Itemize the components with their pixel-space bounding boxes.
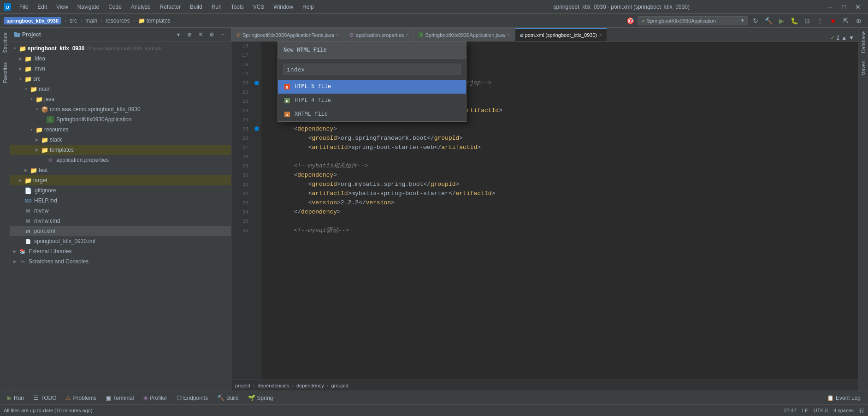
- menu-help[interactable]: Help: [298, 2, 319, 12]
- tab-tests[interactable]: J SpringbootKtlx0930ApplicationTests.jav…: [231, 28, 344, 41]
- maven-tab[interactable]: Maven: [859, 57, 868, 79]
- tab-mainclass[interactable]: J SpringbootKtlx0930Application.java ×: [414, 28, 515, 41]
- menu-view[interactable]: View: [52, 2, 73, 12]
- run-config-dropdown[interactable]: ● SpringbootKtlx0930Application ▾: [638, 16, 748, 25]
- tree-mvn[interactable]: ▶ 📁 .mvn: [10, 64, 231, 74]
- tab-pomxml[interactable]: m pom.xml (springboot_ktlx_0930) ×: [515, 28, 608, 41]
- coverage-button[interactable]: ⊡: [802, 15, 813, 26]
- tree-package[interactable]: ▾ 📦 com.aaa.demo.springboot_ktlx_0930: [10, 104, 231, 114]
- menu-edit[interactable]: Edit: [33, 2, 52, 12]
- make-button[interactable]: 🔨: [763, 15, 774, 26]
- tab-pomxml-close[interactable]: ×: [599, 32, 602, 38]
- tree-templates[interactable]: ▶ 📁 templates: [10, 145, 231, 155]
- build-btn[interactable]: 🔨 Build: [213, 392, 242, 403]
- problems-btn[interactable]: ⚠ Problems: [62, 392, 100, 403]
- debug-button[interactable]: 🐛: [789, 15, 800, 26]
- bc-project[interactable]: project: [235, 383, 250, 388]
- menu-build[interactable]: Build: [185, 2, 207, 12]
- structure-tab[interactable]: Structure: [0, 28, 10, 58]
- tree-static[interactable]: ▶ 📁 static: [10, 135, 231, 145]
- expand-button[interactable]: ⇱: [840, 15, 851, 26]
- tab-properties-close[interactable]: ×: [406, 32, 409, 38]
- tree-root[interactable]: ▾ 📁 springboot_ktlx_0930 D:\java-Springb…: [10, 43, 231, 53]
- tree-resources[interactable]: ▾ 📁 resources: [10, 125, 231, 135]
- breakpoint-21[interactable]: [254, 81, 259, 85]
- menu-tools[interactable]: Tools: [226, 2, 248, 12]
- new-html-file-dialog[interactable]: New HTML File 5 HTML 5 fil: [278, 42, 466, 122]
- event-log-btn[interactable]: 📋 Event Log: [823, 393, 864, 403]
- tab-scroll-down[interactable]: ▼: [849, 35, 854, 41]
- tree-mvnw-cmd[interactable]: ▶ M mvnw.cmd: [10, 216, 231, 226]
- breakpoint-26[interactable]: [254, 126, 259, 131]
- profiler-btn[interactable]: ◈ Profiler: [140, 392, 171, 403]
- menu-run[interactable]: Run: [207, 2, 226, 12]
- tab-scroll-up[interactable]: ▲: [841, 35, 847, 41]
- stop-button[interactable]: ■: [827, 15, 838, 26]
- more-actions-button[interactable]: ⋮: [815, 15, 826, 26]
- tree-app-properties[interactable]: ▶ ⚙ application.properties: [10, 155, 231, 165]
- panel-settings-btn[interactable]: ⚙: [207, 30, 216, 39]
- breadcrumb-main[interactable]: main: [85, 18, 97, 24]
- tab-properties[interactable]: ⚙ application.properties ×: [344, 28, 414, 41]
- bc-dependencies[interactable]: dependencies: [258, 383, 289, 388]
- breadcrumb-src[interactable]: src: [70, 18, 77, 24]
- tree-idea[interactable]: ▶ 📁 .idea: [10, 53, 231, 64]
- run-btn[interactable]: ▶ Run: [4, 392, 28, 403]
- status-linesep[interactable]: LF: [802, 408, 808, 413]
- menu-vcs[interactable]: VCS: [248, 2, 269, 12]
- event-log-icon: 📋: [827, 395, 834, 401]
- breadcrumb-resources[interactable]: resources: [106, 18, 130, 24]
- code-area[interactable]: 16 17 18 19 20 21 22 23 24 25 26 27 28 2…: [231, 42, 858, 380]
- status-position[interactable]: 27:47: [784, 408, 797, 413]
- menu-analyze[interactable]: Analyze: [126, 2, 155, 12]
- menu-code[interactable]: Code: [104, 2, 126, 12]
- tab-mainclass-close[interactable]: ×: [507, 32, 510, 38]
- menu-navigate[interactable]: Navigate: [73, 2, 104, 12]
- database-tab[interactable]: Database: [859, 28, 868, 57]
- breadcrumb-templates[interactable]: 📁 templates: [138, 18, 171, 24]
- tree-gitignore[interactable]: ▶ 📄 .gitignore: [10, 185, 231, 196]
- tree-target[interactable]: ▶ 📁 target: [10, 175, 231, 185]
- tree-src[interactable]: ▾ 📁 src: [10, 74, 231, 84]
- terminal-btn[interactable]: ▣ Terminal: [102, 392, 137, 403]
- dialog-option-xhtml[interactable]: X XHTML file: [278, 107, 466, 121]
- menu-window[interactable]: Window: [269, 2, 298, 12]
- minimize-button[interactable]: ─: [824, 2, 837, 12]
- close-button[interactable]: ✕: [851, 2, 864, 12]
- tree-scratches[interactable]: ▶ ✏ Scratches and Consoles: [10, 256, 231, 267]
- spring-btn[interactable]: 🌱 Spring: [244, 392, 277, 403]
- tab-tests-close[interactable]: ×: [336, 32, 339, 38]
- tree-main[interactable]: ▾ 📁 main: [10, 84, 231, 94]
- dialog-filename-input[interactable]: [283, 64, 461, 75]
- panel-close-btn[interactable]: −: [218, 30, 227, 39]
- favorites-tab[interactable]: Favorites: [0, 58, 10, 88]
- status-encoding[interactable]: UTF-8: [814, 408, 828, 413]
- endpoints-btn[interactable]: ⬡ Endpoints: [173, 392, 212, 403]
- tree-test[interactable]: ▶ 📁 test: [10, 165, 231, 175]
- panel-dropdown[interactable]: ▾: [174, 30, 183, 39]
- todo-btn[interactable]: ☰ TODO: [30, 392, 60, 403]
- status-indent[interactable]: 4 spaces: [833, 408, 854, 413]
- panel-locate-btn[interactable]: ⊕: [185, 30, 194, 39]
- dialog-option-html5[interactable]: 5 HTML 5 file: [278, 80, 466, 94]
- run-button[interactable]: ▶: [776, 15, 787, 26]
- menu-file[interactable]: File: [15, 2, 33, 12]
- scratches-arrow: ▶: [12, 259, 18, 264]
- dialog-option-html4[interactable]: H HTML 4 file: [278, 94, 466, 107]
- tree-mvnw[interactable]: ▶ M mvnw: [10, 206, 231, 216]
- maximize-button[interactable]: □: [838, 2, 850, 12]
- menu-refactor[interactable]: Refactor: [155, 2, 185, 12]
- refresh-button[interactable]: ↻: [750, 15, 761, 26]
- tree-pomxml[interactable]: ▶ m pom.xml: [10, 226, 231, 236]
- problems-btn-icon: ⚠: [65, 394, 71, 401]
- breadcrumb-project[interactable]: springboot_ktlx_0930: [4, 17, 61, 24]
- bc-groupid[interactable]: groupId: [331, 383, 348, 388]
- tree-helpmd[interactable]: ▶ MD HELP.md: [10, 196, 231, 206]
- bc-dependency[interactable]: dependency: [296, 383, 324, 388]
- tree-main-class[interactable]: ▶ A SpringbootKtlx0930Application: [10, 114, 231, 125]
- tree-ext-libs[interactable]: ▶ 📚 External Libraries: [10, 246, 231, 256]
- tree-iml[interactable]: ▶ 📄 springboot_ktlx_0930.iml: [10, 236, 231, 246]
- search-everywhere-button[interactable]: ⊕: [853, 15, 864, 26]
- tree-java[interactable]: ▾ 📁 java: [10, 94, 231, 104]
- panel-expand-all-btn[interactable]: ≡: [196, 30, 205, 39]
